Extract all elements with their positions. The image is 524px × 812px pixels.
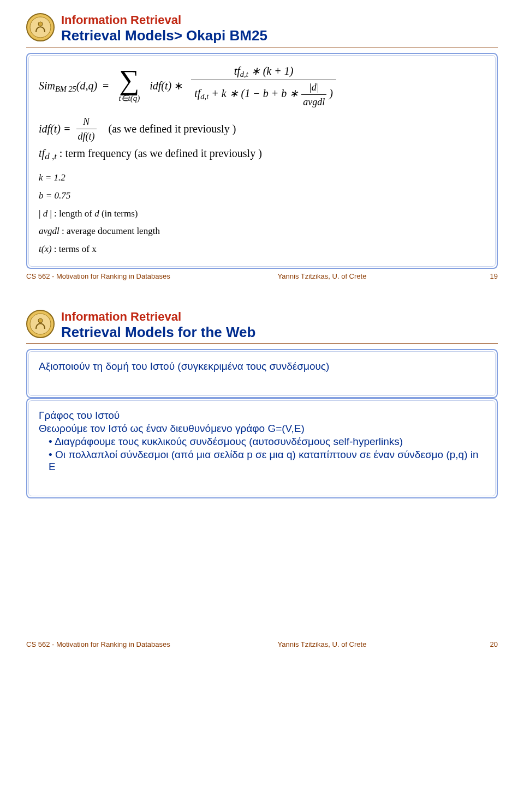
slide-19: Information Retrieval Retrieval Models> … (0, 0, 524, 297)
param-b: b = 0.75 (39, 189, 485, 203)
content-frame: Γράφος του Ιστού Θεωρούμε τον Ιστό ως έν… (26, 398, 498, 498)
tf-definition: tfd ,t : term frequency (as we defined i… (39, 146, 485, 164)
text-graph-heading: Γράφος του Ιστού (39, 410, 485, 422)
content-frame: Αξιοποιούν τη δομή του Ιστού (συγκεκριμέ… (26, 349, 498, 398)
param-tx: t(x) : terms of x (39, 243, 485, 256)
idf-definition: idf(t) = N df(t) (as we defined it previ… (39, 115, 485, 143)
text-intro: Αξιοποιούν τη δομή του Ιστού (συγκεκριμέ… (39, 360, 485, 372)
summation-icon: ∑ t∈t(q) (118, 68, 140, 105)
footer-mid: Yannis Tzitzikas, U. of Crete (179, 640, 465, 648)
slide-footer: CS 562 - Motivation for Ranking in Datab… (26, 640, 498, 648)
formula-sim-bm25: SimBM 25(d,q) = ∑ t∈t(q) idf(t) ∗ tfd,t … (39, 63, 485, 256)
bullet-selflinks: • Διαγράφουμε τους κυκλικούς συνδέσμους … (39, 436, 485, 448)
slide-20: Information Retrieval Retrieval Models f… (0, 297, 524, 665)
param-k: k = 1.2 (39, 171, 485, 185)
footer-right-page: 20 (465, 640, 498, 648)
university-logo-icon (26, 13, 55, 41)
footer-right-page: 19 (465, 272, 498, 280)
param-avgdl: avgdl : average document length (39, 225, 485, 238)
footer-left: CS 562 - Motivation for Ranking in Datab… (26, 640, 179, 648)
bm25-fraction: tfd,t ∗ (k + 1) tfd,t + k ∗ (1 − b + b ∗… (191, 63, 336, 110)
bullet-multilinks: • Οι πολλαπλοί σύνδεσμοι (από μια σελίδα… (39, 449, 485, 473)
slide-header: Information Retrieval Retrieval Models f… (26, 310, 498, 344)
slide-supertitle: Information Retrieval (61, 310, 255, 324)
doclen-fraction: |d| avgdl (301, 80, 326, 109)
footer-left: CS 562 - Motivation for Ranking in Datab… (26, 272, 179, 280)
sim-symbol: Sim (39, 80, 55, 92)
footer-mid: Yannis Tzitzikas, U. of Crete (179, 272, 465, 280)
svg-point-2 (38, 22, 43, 26)
slide-footer: CS 562 - Motivation for Ranking in Datab… (26, 272, 498, 280)
slide-header: Information Retrieval Retrieval Models> … (26, 13, 498, 47)
slide-supertitle: Information Retrieval (61, 13, 267, 27)
svg-point-5 (38, 318, 43, 323)
param-d-length: | d | : length of d (in terms) (39, 207, 485, 221)
content-frame: SimBM 25(d,q) = ∑ t∈t(q) idf(t) ∗ tfd,t … (26, 53, 498, 269)
text-graph-def: Θεωρούμε τον Ιστό ως έναν διευθυνόμενο γ… (39, 423, 485, 435)
slide-title: Retrieval Models for the Web (61, 324, 255, 341)
university-logo-icon (26, 310, 55, 338)
slide-title: Retrieval Models> Okapi BM25 (61, 27, 267, 44)
